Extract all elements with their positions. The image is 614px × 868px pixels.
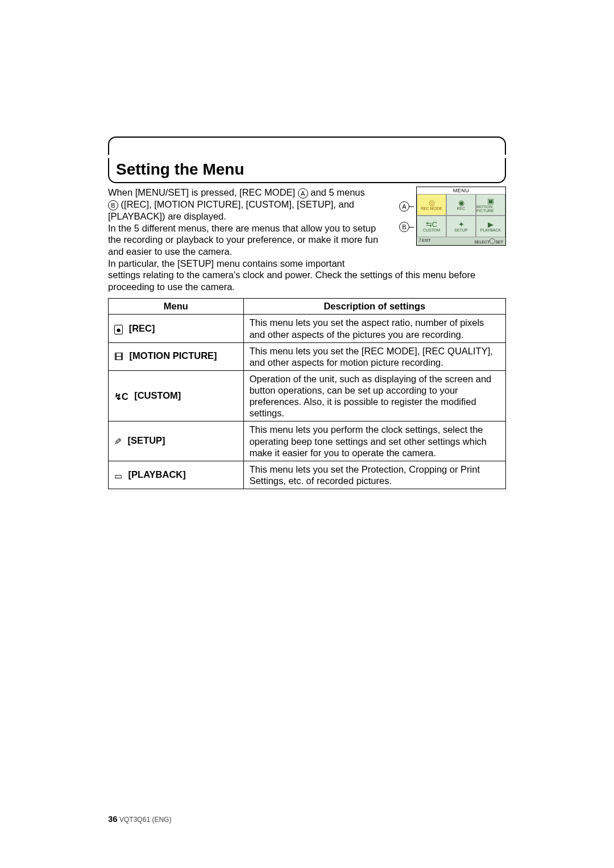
menu-name-cell: [CUSTOM] — [109, 370, 244, 421]
camera-menu-cell-label: PLAYBACK — [480, 228, 501, 232]
menu-name-cell: [SETUP] — [109, 421, 244, 461]
page-footer: 36 VQT3Q61 (ENG) — [108, 814, 171, 824]
camera-menu-cell-label: REC MODE — [421, 206, 442, 210]
table-row: [SETUP]This menu lets you perform the cl… — [109, 421, 506, 461]
camera-menu-cell-label: MOTION PICTURE — [476, 205, 505, 213]
camera-menu-cell-icon: ◎ — [429, 199, 435, 206]
callout-b-inline: B — [108, 200, 118, 210]
menu-desc-cell: This menu lets you set the aspect ratio,… — [243, 315, 505, 342]
th-desc: Description of settings — [243, 299, 505, 315]
camera-menu-footer: EXIT SELECTSET — [417, 237, 505, 245]
menu-desc-cell: This menu lets you perform the clock set… — [243, 421, 505, 461]
callout-a-inline: A — [298, 188, 308, 199]
menu-table-body: ● [REC]This menu lets you set the aspect… — [109, 315, 506, 489]
camera-menu-cell: ◉REC — [446, 194, 476, 216]
menu-name-label: [REC] — [126, 323, 155, 333]
setup-icon — [114, 436, 122, 448]
camera-menu-cell: ▶PLAYBACK — [476, 216, 505, 237]
menu-name-cell: [MOTION PICTURE] — [109, 342, 244, 370]
camera-menu-grid: ◎REC MODE◉REC▣MOTION PICTURE⇆CCUSTOM✦SET… — [417, 194, 505, 237]
camera-menu-cell-label: REC — [457, 206, 466, 210]
callout-a-leader — [409, 206, 414, 207]
camera-menu-cell-label: CUSTOM — [423, 228, 440, 232]
para3-a: In particular, the [SETUP] menu contains… — [108, 258, 345, 268]
camera-menu-cell: ▣MOTION PICTURE — [476, 194, 505, 216]
menu-name-cell: ● [REC] — [109, 315, 244, 342]
menu-name-label: [SETUP] — [125, 435, 165, 445]
select-set-label: SELECTSET — [474, 238, 503, 244]
callout-a-line: A — [399, 201, 414, 212]
menu-name-label: [MOTION PICTURE] — [127, 350, 217, 361]
camera-menu-cell-label: SETUP — [454, 228, 467, 232]
menu-desc-cell: This menu lets you set the Protection, C… — [243, 461, 505, 489]
motion-icon — [114, 351, 123, 363]
para1-pre: When [MENU/SET] is pressed, [REC MODE] — [108, 187, 298, 197]
camera-menu-cell: ◎REC MODE — [417, 194, 446, 216]
table-row: [PLAYBACK]This menu lets you set the Pro… — [109, 461, 506, 489]
para1-after: ([REC], [MOTION PICTURE], [CUSTOM], [SET… — [108, 199, 354, 221]
callout-column: A B — [399, 187, 414, 232]
section-title: Setting the Menu — [116, 160, 498, 179]
camera-menu-title: MENU — [417, 187, 505, 194]
manual-page: Setting the Menu When [MENU/SET] is pres… — [0, 0, 614, 868]
menu-name-cell: [PLAYBACK] — [109, 461, 244, 489]
section-title-frame: Setting the Menu — [108, 137, 506, 183]
callout-a-circle: A — [399, 201, 409, 212]
camera-menu-cell-icon: ◉ — [458, 199, 464, 206]
para2: In the 5 different menus, there are menu… — [108, 223, 378, 257]
camera-menu-cell: ⇆CCUSTOM — [417, 216, 446, 237]
camera-screenshot-wrap: A B MENU ◎REC MODE◉REC▣MOTION PICTURE⇆CC… — [399, 187, 506, 269]
doc-id: VQT3Q61 (ENG) — [119, 816, 171, 824]
camera-menu-cell-icon: ⇆C — [426, 221, 437, 228]
para3-b: settings relating to the camera's clock … — [108, 269, 506, 292]
joystick-icon — [489, 238, 495, 244]
callout-b-leader — [409, 227, 414, 228]
camera-menu-cell-icon: ✦ — [458, 221, 464, 228]
table-row: ● [REC]This menu lets you set the aspect… — [109, 315, 506, 342]
para1-mid: and 5 menus — [308, 187, 365, 197]
menu-description-table: Menu Description of settings ● [REC]This… — [108, 298, 506, 489]
select-label: SELECT — [474, 240, 489, 244]
camera-menu-cell-icon: ▶ — [488, 221, 493, 228]
camera-menu-screenshot: MENU ◎REC MODE◉REC▣MOTION PICTURE⇆CCUSTO… — [416, 187, 506, 246]
camera-menu-cell: ✦SETUP — [446, 216, 476, 237]
page-number: 36 — [108, 814, 118, 824]
intro-text: When [MENU/SET] is pressed, [REC MODE] A… — [108, 187, 391, 269]
rec-icon: ● — [114, 325, 123, 334]
callout-b-circle: B — [399, 222, 409, 232]
menu-desc-cell: Operation of the unit, such as displayin… — [243, 370, 505, 421]
menu-name-label: [PLAYBACK] — [126, 469, 186, 480]
th-menu: Menu — [109, 299, 244, 315]
menu-desc-cell: This menu lets you set the [REC MODE], [… — [243, 342, 505, 370]
table-row: [MOTION PICTURE]This menu lets you set t… — [109, 342, 506, 370]
custom-icon — [114, 391, 128, 403]
exit-label: EXIT — [419, 238, 431, 244]
intro-row: When [MENU/SET] is pressed, [REC MODE] A… — [108, 187, 506, 269]
set-label: SET — [495, 240, 503, 244]
playback-icon — [114, 470, 122, 481]
callout-b-line: B — [399, 222, 414, 232]
camera-menu-cell-icon: ▣ — [487, 197, 494, 205]
table-row: [CUSTOM]Operation of the unit, such as d… — [109, 370, 506, 421]
menu-name-label: [CUSTOM] — [132, 390, 181, 400]
